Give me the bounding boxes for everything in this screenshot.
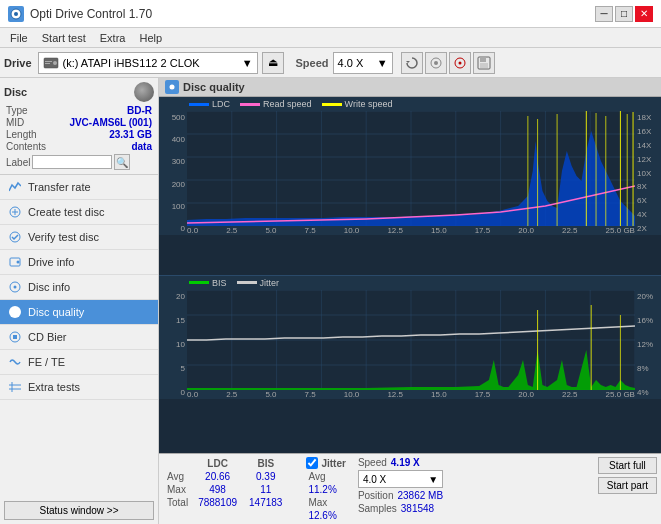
disc-length-row: Length 23.31 GB [4, 129, 154, 140]
y1-label-300: 300 [172, 157, 185, 166]
speed-setting-display[interactable]: 4.0 X ▼ [358, 470, 443, 488]
disc-length-value: 23.31 GB [109, 129, 152, 140]
app-icon [8, 6, 24, 22]
read-speed-legend-label: Read speed [263, 99, 312, 109]
minimize-button[interactable]: ─ [595, 6, 613, 22]
x2-20: 20.0 [518, 390, 534, 399]
speed-current-label: Speed [358, 457, 387, 468]
nav-items: Transfer rate Create test disc Verify te… [0, 175, 158, 497]
disc-icon-btn[interactable] [449, 52, 471, 74]
nav-label-extra-tests: Extra tests [28, 381, 80, 393]
drive-selector[interactable]: (k:) ATAPI iHBS112 2 CLOK ▼ [38, 52, 258, 74]
stats-max-label: Max [163, 483, 192, 496]
main-layout: Disc Type BD-R MID JVC-AMS6L (001) Lengt… [0, 78, 661, 524]
jitter-checkbox[interactable] [306, 457, 318, 469]
samples-row: Samples 381548 [358, 503, 443, 514]
y1-label-400: 400 [172, 135, 185, 144]
quality-panel: Disc quality LDC Read spee [159, 78, 661, 524]
sidebar-item-verify-test-disc[interactable]: Verify test disc [0, 225, 158, 250]
save-button[interactable] [473, 52, 495, 74]
disc-mid-label: MID [6, 117, 24, 128]
x1-22.5: 22.5 [562, 226, 578, 235]
x2-22.5: 22.5 [562, 390, 578, 399]
svg-rect-5 [45, 63, 50, 64]
sidebar-item-create-test-disc[interactable]: Create test disc [0, 200, 158, 225]
sidebar-item-extra-tests[interactable]: Extra tests [0, 375, 158, 400]
chart1-svg [187, 111, 635, 226]
verify-icon [8, 230, 22, 244]
menu-extra[interactable]: Extra [94, 31, 132, 45]
stats-area: LDC BIS Avg 20.66 0.39 Max 498 11 [159, 453, 661, 524]
eject-button[interactable]: ⏏ [262, 52, 284, 74]
yr1-14x: 14X [637, 141, 651, 150]
sidebar-item-transfer-rate[interactable]: Transfer rate [0, 175, 158, 200]
disc-type-row: Type BD-R [4, 105, 154, 116]
chart2-svg [187, 290, 635, 390]
maximize-button[interactable]: □ [615, 6, 633, 22]
yr2-12: 12% [637, 340, 653, 349]
sidebar-item-disc-quality[interactable]: Disc quality [0, 300, 158, 325]
nav-label-fe-te: FE / TE [28, 356, 65, 368]
stats-table: LDC BIS Avg 20.66 0.39 Max 498 11 [163, 457, 300, 509]
y1-label-500: 500 [172, 113, 185, 122]
x1-25: 25.0 GB [606, 226, 635, 235]
start-buttons: Start full Start part [598, 457, 657, 494]
start-full-button[interactable]: Start full [598, 457, 657, 474]
yr1-18x: 18X [637, 113, 651, 122]
nav-label-disc-quality: Disc quality [28, 306, 84, 318]
yr2-20: 20% [637, 292, 653, 301]
speed-label: Speed [296, 57, 329, 69]
disc-panel-title: Disc [4, 86, 27, 98]
disc-label-input[interactable] [32, 155, 112, 169]
svg-rect-12 [480, 57, 486, 62]
x2-7.5: 7.5 [305, 390, 316, 399]
sidebar-item-drive-info[interactable]: Drive info [0, 250, 158, 275]
yr1-16x: 16X [637, 127, 651, 136]
sidebar-item-disc-info[interactable]: Disc info [0, 275, 158, 300]
stats-total-bis: 147183 [243, 496, 288, 509]
cd-bier-icon [8, 330, 22, 344]
y2-20: 20 [176, 292, 185, 301]
svg-point-1 [14, 12, 18, 16]
y2-0: 0 [181, 388, 185, 397]
svg-point-19 [17, 261, 20, 264]
quality-panel-title: Disc quality [183, 81, 245, 93]
disc-contents-row: Contents data [4, 141, 154, 152]
bis-legend-label: BIS [212, 278, 227, 288]
menu-file[interactable]: File [4, 31, 34, 45]
menu-start-test[interactable]: Start test [36, 31, 92, 45]
status-window-button[interactable]: Status window >> [4, 501, 154, 520]
sidebar: Disc Type BD-R MID JVC-AMS6L (001) Lengt… [0, 78, 159, 524]
start-part-button[interactable]: Start part [598, 477, 657, 494]
disc-label-button[interactable]: 🔍 [114, 154, 130, 170]
menu-help[interactable]: Help [133, 31, 168, 45]
speed-value: 4.0 X [338, 57, 364, 69]
x2-0: 0.0 [187, 390, 198, 399]
disc-graphic [134, 82, 154, 102]
extra-tests-icon [8, 380, 22, 394]
yr2-4: 4% [637, 388, 649, 397]
drivebar: Drive (k:) ATAPI iHBS112 2 CLOK ▼ ⏏ Spee… [0, 48, 661, 78]
disc-label-label: Label [6, 157, 30, 168]
sidebar-item-fe-te[interactable]: FE / TE [0, 350, 158, 375]
chart1-x-axis: 0.0 2.5 5.0 7.5 10.0 12.5 15.0 17.5 20.0… [187, 226, 635, 235]
ldc-legend-label: LDC [212, 99, 230, 109]
sidebar-item-cd-bier[interactable]: CD Bier [0, 325, 158, 350]
nav-label-cd-bier: CD Bier [28, 331, 67, 343]
speed-setting-val: 4.0 X [363, 474, 386, 485]
svg-point-28 [170, 85, 175, 90]
stats-max-jitter: 12.6% [306, 510, 345, 521]
app-title: Opti Drive Control 1.70 [30, 7, 152, 21]
settings-button[interactable] [425, 52, 447, 74]
nav-label-drive-info: Drive info [28, 256, 74, 268]
yr2-8: 8% [637, 364, 649, 373]
jitter-legend: Jitter [237, 278, 280, 288]
refresh-button[interactable] [401, 52, 423, 74]
speed-dropdown-icon: ▼ [377, 57, 388, 69]
speed-selector[interactable]: 4.0 X ▼ [333, 52, 393, 74]
stats-avg-ldc: 20.66 [192, 470, 243, 483]
ldc-legend-color [189, 103, 209, 106]
samples-label: Samples [358, 503, 397, 514]
close-button[interactable]: ✕ [635, 6, 653, 22]
y1-label-100: 100 [172, 202, 185, 211]
